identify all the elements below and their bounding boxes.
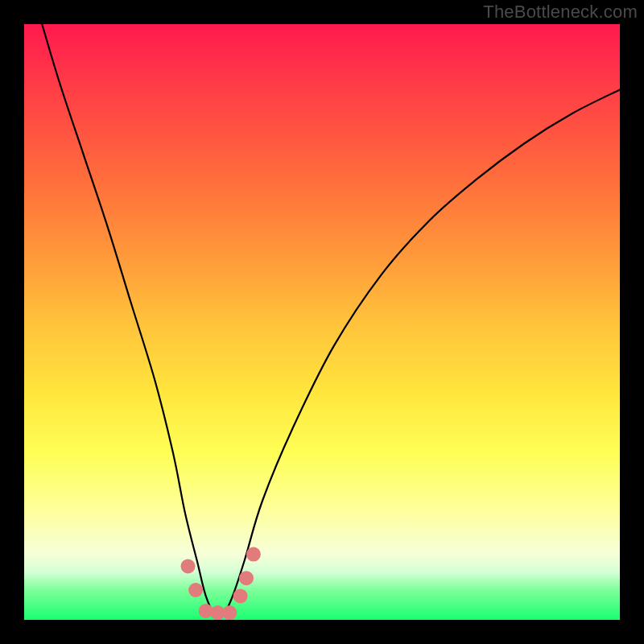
curve-layer	[24, 24, 620, 620]
marker-dot	[246, 547, 261, 562]
marker-dot	[188, 583, 203, 597]
chart-frame: TheBottleneck.com	[0, 0, 644, 644]
marker-dot	[233, 588, 248, 603]
bottleneck-curve	[42, 24, 620, 617]
plot-area	[24, 24, 620, 620]
marker-dot	[181, 559, 196, 573]
watermark-text: TheBottleneck.com	[483, 2, 638, 23]
marker-dot	[222, 605, 237, 620]
marker-group	[181, 547, 261, 620]
marker-dot	[239, 571, 254, 585]
